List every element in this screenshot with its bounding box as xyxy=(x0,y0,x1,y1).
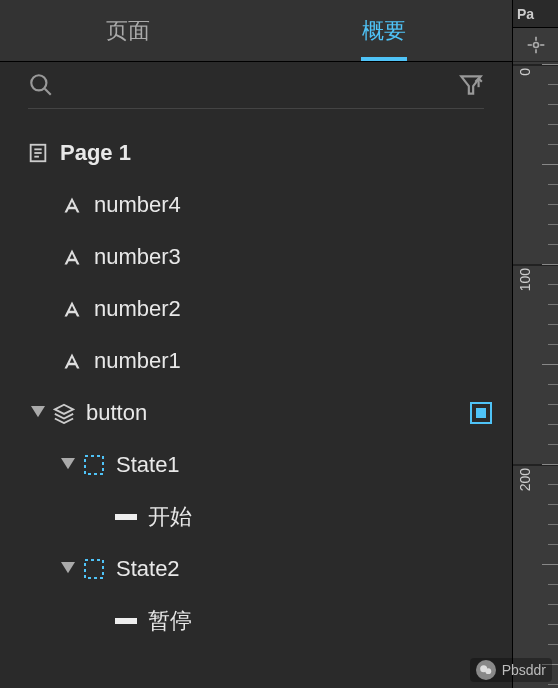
svg-line-1 xyxy=(45,89,51,95)
svg-rect-12 xyxy=(115,514,137,520)
svg-rect-14 xyxy=(85,560,103,578)
ruler-label: 100 xyxy=(517,268,533,291)
tree-item-label: button xyxy=(86,400,470,426)
tree-item-group-button[interactable]: button xyxy=(0,387,512,439)
tab-overview[interactable]: 概要 xyxy=(256,0,512,61)
svg-marker-9 xyxy=(55,405,73,414)
tree-item-text[interactable]: number4 xyxy=(0,179,512,231)
text-icon xyxy=(58,299,86,319)
tree-item-label: State1 xyxy=(116,452,492,478)
expand-arrow-icon[interactable] xyxy=(58,562,78,576)
tree-item-state[interactable]: State1 xyxy=(0,439,512,491)
ruler-label: 200 xyxy=(517,468,533,491)
watermark: Pbsddr xyxy=(470,658,552,682)
toolbar xyxy=(0,62,512,108)
widget-icon xyxy=(112,616,140,626)
right-header-label: Pa xyxy=(513,0,558,28)
tree-item-text[interactable]: number3 xyxy=(0,231,512,283)
tab-header: 页面 概要 xyxy=(0,0,512,62)
svg-marker-8 xyxy=(31,406,45,417)
crosshair-icon[interactable] xyxy=(513,28,558,62)
tree-item-widget[interactable]: 开始 xyxy=(0,491,512,543)
page-icon xyxy=(24,142,52,164)
watermark-text: Pbsddr xyxy=(502,662,546,678)
tree-item-text[interactable]: number1 xyxy=(0,335,512,387)
text-icon xyxy=(58,247,86,267)
text-icon xyxy=(58,195,86,215)
dynamic-panel-badge-icon xyxy=(470,402,492,424)
vertical-ruler[interactable]: 0100200 xyxy=(513,62,558,688)
text-icon xyxy=(58,351,86,371)
state-icon xyxy=(80,455,108,475)
right-panel: Pa 0100200 xyxy=(512,0,558,688)
tree-item-label: number1 xyxy=(94,348,492,374)
tab-pages[interactable]: 页面 xyxy=(0,0,256,61)
tab-overview-label: 概要 xyxy=(362,16,406,46)
expand-arrow-icon[interactable] xyxy=(58,458,78,472)
filter-icon[interactable] xyxy=(458,72,484,98)
tree-item-label: number4 xyxy=(94,192,492,218)
tree-root-label: Page 1 xyxy=(60,140,492,166)
tree-root-page[interactable]: Page 1 xyxy=(0,127,512,179)
svg-rect-15 xyxy=(115,618,137,624)
svg-point-22 xyxy=(485,668,491,674)
tree-item-state[interactable]: State2 xyxy=(0,543,512,595)
svg-point-0 xyxy=(31,75,46,90)
svg-marker-13 xyxy=(61,562,75,573)
tree-item-label: State2 xyxy=(116,556,492,582)
widget-icon xyxy=(112,512,140,522)
tree-item-label: number2 xyxy=(94,296,492,322)
tab-pages-label: 页面 xyxy=(106,16,150,46)
tree-item-label: number3 xyxy=(94,244,492,270)
outline-panel: 页面 概要 Page 1 xyxy=(0,0,512,688)
search-icon[interactable] xyxy=(28,72,54,98)
ruler-label: 0 xyxy=(517,68,533,76)
svg-point-16 xyxy=(533,42,538,47)
tree-item-text[interactable]: number2 xyxy=(0,283,512,335)
svg-marker-10 xyxy=(61,458,75,469)
tree-item-label: 暂停 xyxy=(148,606,492,636)
tree-item-label: 开始 xyxy=(148,502,492,532)
wechat-icon xyxy=(476,660,496,680)
state-icon xyxy=(80,559,108,579)
tree-item-widget[interactable]: 暂停 xyxy=(0,595,512,647)
layers-icon xyxy=(50,402,78,424)
outline-tree: Page 1 number4 number3 number2 number1 xyxy=(0,109,512,688)
expand-arrow-icon[interactable] xyxy=(28,406,48,420)
svg-rect-11 xyxy=(85,456,103,474)
